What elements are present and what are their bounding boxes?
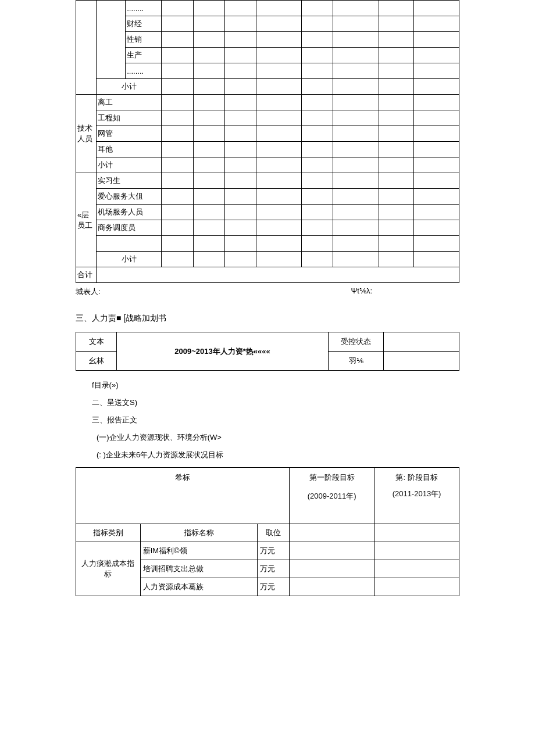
cell: 取位 — [257, 524, 289, 542]
cell: 人力资源成本葛族 — [140, 578, 257, 596]
toc-line: f目录(») — [92, 380, 459, 390]
table-row: 希标 第一阶段目标 (2009-2011年) 第: 阶段目标 (2011-201… — [76, 468, 459, 524]
cell: 人力痰淞成本指标 — [76, 542, 141, 596]
table-row: 性销 — [76, 32, 459, 48]
cell: 受控状态 — [329, 332, 384, 352]
cell: 万元 — [257, 542, 289, 560]
cell: 万元 — [257, 560, 289, 578]
goals-table: 希标 第一阶段目标 (2009-2011年) 第: 阶段目标 (2011-201… — [76, 467, 459, 596]
table-row: 小计 — [76, 79, 459, 95]
cell: ........ — [126, 63, 162, 79]
cell: 第: 阶段目标 (2011-2013年) — [374, 468, 459, 524]
table-row: 工程如 — [76, 110, 459, 126]
cell: 工程如 — [97, 110, 162, 126]
cell: 网管 — [97, 126, 162, 142]
cell: 指标名称 — [140, 524, 257, 542]
signature-row: 城表人: Ψt⅟₆λ: — [76, 286, 459, 297]
cell: 机场服务人员 — [97, 205, 162, 220]
cell: 培训招聘支出总做 — [140, 560, 257, 578]
cell: 财经 — [126, 16, 162, 32]
personnel-category-table: ........ 财经 性销 生产 ........ 小计 技术人员离工 工程如… — [76, 0, 459, 283]
table-row — [76, 236, 459, 252]
cell — [97, 236, 162, 252]
cell: 性销 — [126, 32, 162, 48]
cell: 小计 — [97, 252, 162, 267]
table-row: 小计 — [76, 157, 459, 173]
table-row: 文本 2009~2013年人力资*热«««« 受控状态 — [76, 332, 459, 352]
table-row: ........ — [76, 63, 459, 79]
table-row: 技术人员离工 — [76, 95, 459, 110]
table-row: 生产 — [76, 48, 459, 63]
section-3-title: 三、人力责■ [战略加划书 — [76, 313, 459, 324]
cell: 技术人员 — [76, 95, 97, 173]
cell: 生产 — [126, 48, 162, 63]
cell: 小计 — [97, 79, 162, 95]
table-row: 指标类别 指标名称 取位 — [76, 524, 459, 542]
cell: 小计 — [97, 157, 162, 173]
cell: ........ — [126, 1, 162, 16]
cell: 第一阶段目标 (2009-2011年) — [290, 468, 374, 524]
signature-left: 城表人: — [76, 286, 101, 297]
cell: 希标 — [76, 468, 290, 524]
cell: 爱心服务大伹 — [97, 189, 162, 205]
phase2-label: 第: 阶段目标 — [377, 472, 456, 483]
table-row: 小计 — [76, 252, 459, 267]
table-row: 合计 — [76, 267, 459, 283]
cell: 万元 — [257, 578, 289, 596]
phase1-label: 第一阶段目标 — [292, 472, 372, 483]
cell: 指标类别 — [76, 524, 141, 542]
toc-line: 二、呈送文S) — [92, 397, 459, 408]
table-row: 机场服务人员 — [76, 205, 459, 220]
table-row: 网管 — [76, 126, 459, 142]
cell: «层员工 — [76, 173, 97, 267]
phase1-years: (2009-2011年) — [292, 491, 372, 501]
table-row: ........ — [76, 1, 459, 16]
phase2-years: (2011-2013年) — [377, 489, 456, 499]
cell: 商务调度员 — [97, 220, 162, 236]
table-row: 商务调度员 — [76, 220, 459, 236]
cell: 羽⅟₆ — [329, 352, 384, 371]
toc-line: (一)企业人力资源现状、环境分析(W> — [97, 432, 459, 443]
cell: 幺林 — [76, 352, 117, 371]
table-row: 耳他 — [76, 142, 459, 157]
cell: 薪IM福利©领 — [140, 542, 257, 560]
table-row: «层员工实习生 — [76, 173, 459, 189]
doc-header-table: 文本 2009~2013年人力资*热«««« 受控状态 幺林 羽⅟₆ — [76, 332, 459, 371]
signature-right: Ψt⅟₆λ: — [351, 286, 372, 297]
table-row: 爱心服务大伹 — [76, 189, 459, 205]
cell: 耳他 — [97, 142, 162, 157]
toc-block: f目录(») 二、呈送文S) 三、报告正文 (一)企业人力资源现状、环境分析(W… — [92, 380, 459, 460]
cell: 文本 — [76, 332, 117, 352]
cell: 合计 — [76, 267, 97, 283]
doc-title: 2009~2013年人力资*热«««« — [117, 332, 329, 371]
toc-line: 三、报告正文 — [92, 415, 459, 425]
toc-line: (: )企业未来6年人力资源发展状况目标 — [97, 450, 459, 460]
cell: 实习生 — [97, 173, 162, 189]
cell: 离工 — [97, 95, 162, 110]
table-row: 人力痰淞成本指标 薪IM福利©领 万元 — [76, 542, 459, 560]
table-row: 财经 — [76, 16, 459, 32]
